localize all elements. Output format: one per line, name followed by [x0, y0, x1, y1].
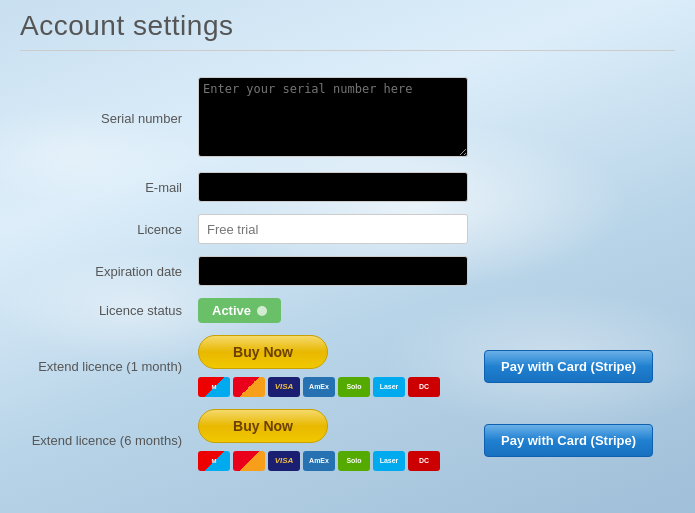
maestro-icon: M	[198, 377, 230, 397]
buy-now-1month-button[interactable]: Buy Now	[198, 335, 328, 369]
serial-number-input[interactable]	[198, 77, 468, 157]
extend-6months-row: Extend licence (6 months) Buy Now M VISA…	[20, 403, 675, 477]
mastercard-icon-2	[233, 451, 265, 471]
licence-label: Licence	[20, 208, 190, 250]
serial-number-row: Serial number	[20, 71, 675, 166]
extend-1month-label: Extend licence (1 month)	[20, 329, 190, 403]
licence-status-cell: Active	[190, 292, 476, 329]
solo-icon: Solo	[338, 377, 370, 397]
email-input[interactable]	[198, 172, 468, 202]
visa-icon-2: VISA	[268, 451, 300, 471]
email-label: E-mail	[20, 166, 190, 208]
page-title: Account settings	[20, 10, 675, 42]
visa-icon: VISA	[268, 377, 300, 397]
serial-number-label: Serial number	[20, 71, 190, 166]
expiration-cell	[190, 250, 476, 292]
buy-1month-section: Buy Now M VISA AmEx Solo Laser DC	[198, 335, 468, 397]
payment-icons-6months: M VISA AmEx Solo Laser DC	[198, 451, 440, 471]
buy-now-6months-button[interactable]: Buy Now	[198, 409, 328, 443]
licence-row: Licence	[20, 208, 675, 250]
amex-icon: AmEx	[303, 377, 335, 397]
pay-stripe-6months-button[interactable]: Pay with Card (Stripe)	[484, 424, 653, 457]
payment-icons-1month: M VISA AmEx Solo Laser DC	[198, 377, 440, 397]
extend-1month-row: Extend licence (1 month) Buy Now M VISA …	[20, 329, 675, 403]
laser-icon: Laser	[373, 377, 405, 397]
stripe-1month-cell: Pay with Card (Stripe)	[476, 329, 675, 403]
serial-number-cell	[190, 71, 476, 166]
account-form: Serial number E-mail Licence	[20, 71, 675, 477]
stripe-6months-cell: Pay with Card (Stripe)	[476, 403, 675, 477]
section-divider	[20, 50, 675, 51]
maestro-icon-2: M	[198, 451, 230, 471]
licence-input[interactable]	[198, 214, 468, 244]
mastercard-icon	[233, 377, 265, 397]
diners-icon-2: DC	[408, 451, 440, 471]
extend-6months-label: Extend licence (6 months)	[20, 403, 190, 477]
page-container: Account settings Serial number E-mail	[0, 0, 695, 487]
amex-icon-2: AmEx	[303, 451, 335, 471]
licence-status-row: Licence status Active	[20, 292, 675, 329]
diners-icon: DC	[408, 377, 440, 397]
expiration-label: Expiration date	[20, 250, 190, 292]
pay-stripe-1month-button[interactable]: Pay with Card (Stripe)	[484, 350, 653, 383]
extend-6months-buy-cell: Buy Now M VISA AmEx Solo Laser DC	[190, 403, 476, 477]
solo-icon-2: Solo	[338, 451, 370, 471]
extend-1month-buy-cell: Buy Now M VISA AmEx Solo Laser DC	[190, 329, 476, 403]
email-cell	[190, 166, 476, 208]
expiration-input[interactable]	[198, 256, 468, 286]
status-badge: Active	[198, 298, 281, 323]
licence-status-label: Licence status	[20, 292, 190, 329]
expiration-row: Expiration date	[20, 250, 675, 292]
laser-icon-2: Laser	[373, 451, 405, 471]
licence-cell	[190, 208, 476, 250]
email-row: E-mail	[20, 166, 675, 208]
buy-6months-section: Buy Now M VISA AmEx Solo Laser DC	[198, 409, 468, 471]
